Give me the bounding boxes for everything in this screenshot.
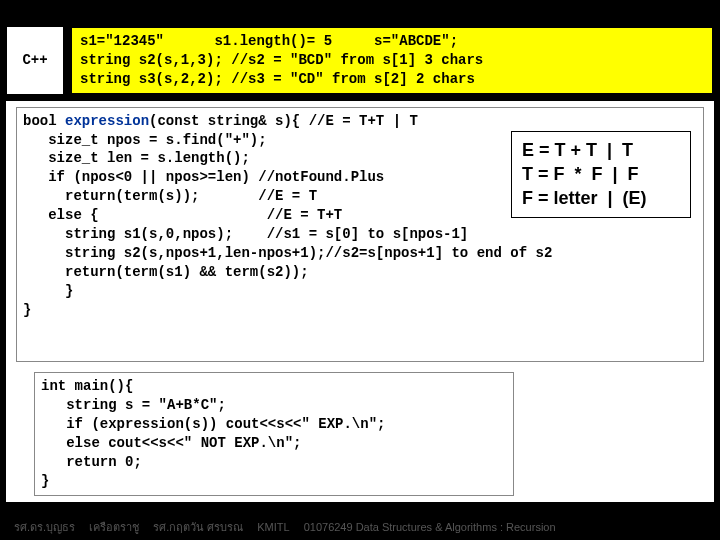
- header-black-bar: [0, 0, 720, 26]
- code-body: (const string& s){ //E = T+T | T size_t …: [23, 113, 552, 318]
- main-content: bool expression(const string& s){ //E = …: [6, 101, 714, 502]
- footer-author1b: เครือตราชู: [89, 518, 139, 536]
- language-badge: C++: [6, 26, 64, 95]
- grammar-rules-box: E = T + T | T T = F * F | F F = letter |…: [511, 131, 691, 218]
- code-prefix: bool: [23, 113, 65, 129]
- footer-author2: รศ.กฤตวัน ศรบรณ: [153, 518, 243, 536]
- footer-author1: รศ.ดร.บุญธร: [14, 518, 75, 536]
- main-function-code: int main(){ string s = "A+B*C"; if (expr…: [34, 372, 514, 495]
- expression-keyword: expression: [65, 113, 149, 129]
- string-example-box: s1="12345" s1.length()= 5 s="ABCDE"; str…: [70, 26, 714, 95]
- header-row: C++ s1="12345" s1.length()= 5 s="ABCDE";…: [0, 26, 720, 101]
- slide-footer: รศ.ดร.บุญธร เครือตราชู รศ.กฤตวัน ศรบรณ K…: [0, 518, 720, 536]
- footer-institution: KMITL: [257, 521, 289, 533]
- footer-course: 01076249 Data Structures & Algorithms : …: [304, 521, 556, 533]
- expression-function-code: bool expression(const string& s){ //E = …: [16, 107, 704, 363]
